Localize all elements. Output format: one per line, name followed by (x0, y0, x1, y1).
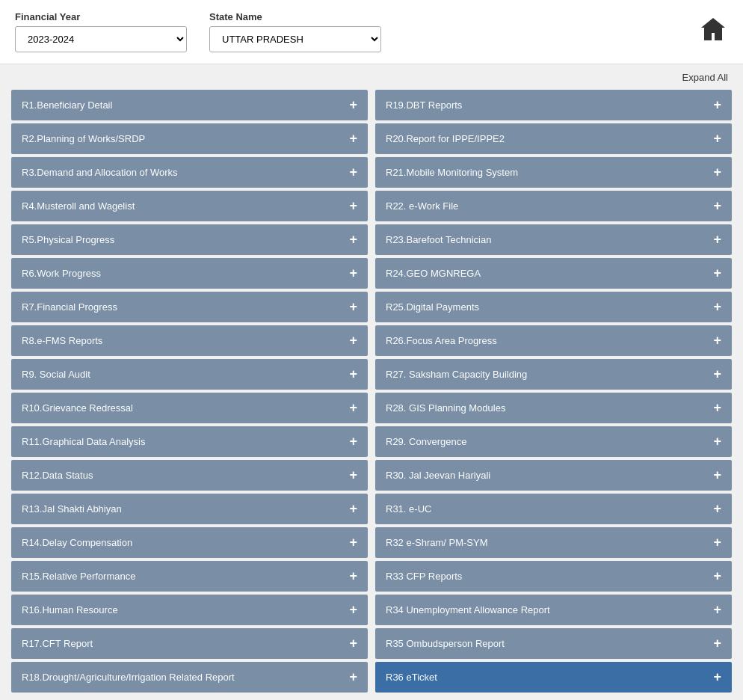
report-item-r20[interactable]: R20.Report for IPPE/IPPE2+ (375, 123, 732, 154)
report-label: R3.Demand and Allocation of Works (22, 167, 178, 178)
report-item-r6[interactable]: R6.Work Progress+ (11, 258, 368, 289)
report-label: R35 Ombudsperson Report (386, 638, 505, 649)
report-label: R13.Jal Shakti Abhiyan (22, 503, 122, 515)
report-item-r2[interactable]: R2.Planning of Works/SRDP+ (11, 123, 368, 154)
report-item-r17[interactable]: R17.CFT Report+ (11, 628, 368, 659)
expand-icon: + (713, 232, 721, 248)
expand-all-button[interactable]: Expand All (682, 72, 728, 83)
report-item-r1[interactable]: R1.Beneficiary Detail+ (11, 90, 368, 120)
expand-icon: + (713, 467, 721, 483)
expand-icon: + (713, 434, 721, 449)
report-label: R16.Human Resource (22, 604, 118, 615)
expand-icon: + (349, 299, 357, 315)
financial-year-select[interactable]: 2023-2024 2022-2023 2021-2022 2020-2021 (15, 26, 187, 52)
report-label: R10.Grievance Redressal (22, 402, 133, 414)
expand-icon: + (713, 198, 721, 214)
report-item-r28[interactable]: R28. GIS Planning Modules+ (375, 393, 732, 423)
report-item-r21[interactable]: R21.Mobile Monitoring System+ (375, 157, 732, 188)
reports-container: R1.Beneficiary Detail+R2.Planning of Wor… (0, 90, 743, 700)
left-column: R1.Beneficiary Detail+R2.Planning of Wor… (7, 90, 372, 693)
report-label: R23.Barefoot Technician (386, 234, 491, 245)
expand-all-bar: Expand All (0, 64, 743, 90)
report-label: R8.e-FMS Reports (22, 335, 102, 346)
expand-icon: + (713, 131, 721, 147)
report-item-r19[interactable]: R19.DBT Reports+ (375, 90, 732, 120)
report-label: R22. e-Work File (386, 200, 458, 212)
report-item-r12[interactable]: R12.Data Status+ (11, 460, 368, 491)
report-item-r15[interactable]: R15.Relative Performance+ (11, 561, 368, 592)
report-label: R6.Work Progress (22, 268, 101, 279)
report-item-r26[interactable]: R26.Focus Area Progress+ (375, 325, 732, 356)
right-column: R19.DBT Reports+R20.Report for IPPE/IPPE… (372, 90, 736, 693)
expand-icon: + (713, 366, 721, 382)
state-name-select[interactable]: UTTAR PRADESH BIHAR RAJASTHAN MADHYA PRA… (209, 26, 381, 52)
report-item-r35[interactable]: R35 Ombudsperson Report+ (375, 628, 732, 659)
report-item-r31[interactable]: R31. e-UC+ (375, 494, 732, 524)
report-label: R32 e-Shram/ PM-SYM (386, 537, 488, 548)
report-label: R36 eTicket (386, 672, 437, 683)
expand-icon: + (713, 299, 721, 315)
report-label: R12.Data Status (22, 470, 93, 481)
report-item-r33[interactable]: R33 CFP Reports+ (375, 561, 732, 592)
expand-icon: + (349, 232, 357, 248)
report-label: R25.Digital Payments (386, 301, 479, 313)
report-item-r9[interactable]: R9. Social Audit+ (11, 359, 368, 390)
report-label: R1.Beneficiary Detail (22, 99, 112, 111)
report-label: R4.Musteroll and Wagelist (22, 200, 135, 212)
expand-icon: + (349, 400, 357, 416)
expand-icon: + (349, 97, 357, 113)
report-label: R18.Drought/Agriculture/Irrigation Relat… (22, 672, 235, 683)
report-label: R34 Unemployment Allowance Report (386, 604, 550, 615)
top-bar: Financial Year 2023-2024 2022-2023 2021-… (0, 0, 743, 64)
expand-icon: + (713, 602, 721, 618)
expand-icon: + (349, 669, 357, 685)
report-label: R31. e-UC (386, 503, 431, 515)
expand-icon: + (349, 535, 357, 550)
report-label: R29. Convergence (386, 436, 466, 447)
expand-icon: + (349, 165, 357, 180)
expand-icon: + (349, 568, 357, 584)
expand-icon: + (713, 165, 721, 180)
expand-icon: + (349, 366, 357, 382)
report-label: R26.Focus Area Progress (386, 335, 497, 346)
report-label: R27. Saksham Capacity Building (386, 369, 527, 380)
expand-icon: + (349, 198, 357, 214)
report-item-r3[interactable]: R3.Demand and Allocation of Works+ (11, 157, 368, 188)
expand-icon: + (713, 501, 721, 517)
report-label: R11.Graphical Data Analysis (22, 436, 145, 447)
report-item-r24[interactable]: R24.GEO MGNREGA+ (375, 258, 732, 289)
report-label: R17.CFT Report (22, 638, 93, 649)
expand-icon: + (713, 669, 721, 685)
report-item-r10[interactable]: R10.Grievance Redressal+ (11, 393, 368, 423)
report-item-r23[interactable]: R23.Barefoot Technician+ (375, 224, 732, 255)
report-item-r7[interactable]: R7.Financial Progress+ (11, 292, 368, 322)
state-name-label: State Name (209, 11, 381, 22)
report-item-r36[interactable]: R36 eTicket+ (375, 662, 732, 693)
expand-icon: + (713, 568, 721, 584)
report-item-r5[interactable]: R5.Physical Progress+ (11, 224, 368, 255)
report-item-r18[interactable]: R18.Drought/Agriculture/Irrigation Relat… (11, 662, 368, 693)
report-item-r27[interactable]: R27. Saksham Capacity Building+ (375, 359, 732, 390)
expand-icon: + (349, 333, 357, 349)
expand-icon: + (349, 467, 357, 483)
report-label: R14.Delay Compensation (22, 537, 132, 548)
report-item-r13[interactable]: R13.Jal Shakti Abhiyan+ (11, 494, 368, 524)
report-item-r8[interactable]: R8.e-FMS Reports+ (11, 325, 368, 356)
report-item-r16[interactable]: R16.Human Resource+ (11, 595, 368, 625)
expand-icon: + (713, 333, 721, 349)
report-item-r22[interactable]: R22. e-Work File+ (375, 191, 732, 221)
report-item-r11[interactable]: R11.Graphical Data Analysis+ (11, 426, 368, 457)
report-label: R21.Mobile Monitoring System (386, 167, 518, 178)
report-label: R9. Social Audit (22, 369, 90, 380)
report-item-r34[interactable]: R34 Unemployment Allowance Report+ (375, 595, 732, 625)
report-item-r25[interactable]: R25.Digital Payments+ (375, 292, 732, 322)
report-label: R7.Financial Progress (22, 301, 117, 313)
expand-icon: + (713, 265, 721, 281)
report-item-r14[interactable]: R14.Delay Compensation+ (11, 527, 368, 558)
report-item-r32[interactable]: R32 e-Shram/ PM-SYM+ (375, 527, 732, 558)
financial-year-label: Financial Year (15, 11, 187, 22)
home-icon[interactable] (698, 14, 728, 50)
report-item-r29[interactable]: R29. Convergence+ (375, 426, 732, 457)
report-item-r30[interactable]: R30. Jal Jeevan Hariyali+ (375, 460, 732, 491)
report-item-r4[interactable]: R4.Musteroll and Wagelist+ (11, 191, 368, 221)
